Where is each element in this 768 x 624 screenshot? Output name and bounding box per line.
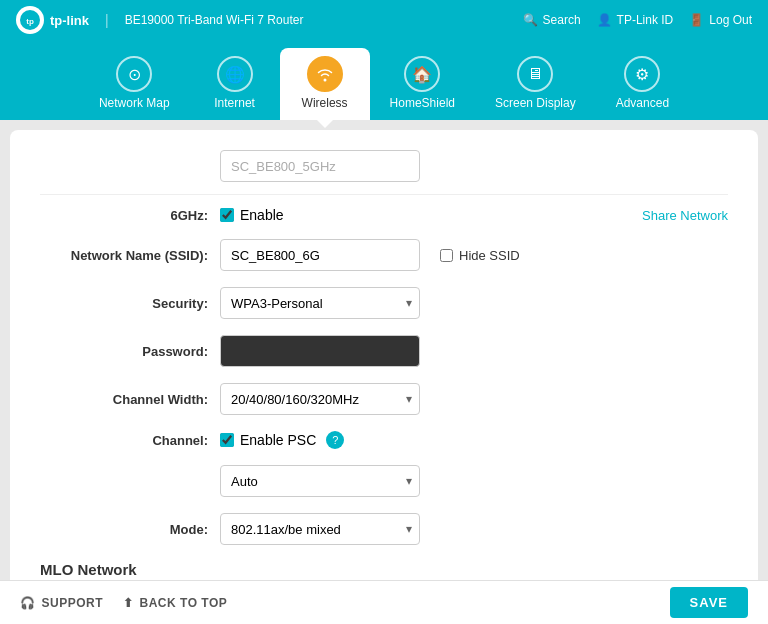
mode-select-wrap: 802.11ax/be mixed 802.11ac mixed 802.11n… [220, 513, 420, 545]
nav-item-advanced[interactable]: ⚙ Advanced [596, 48, 689, 120]
svg-text:tp: tp [26, 17, 34, 26]
header-right: 🔍 Search 👤 TP-Link ID 🚪 Log Out [523, 13, 752, 27]
enable-psc-label: Enable PSC [240, 432, 316, 448]
ghz-controls: Enable Share Network [220, 207, 728, 223]
search-icon: 🔍 [523, 13, 538, 27]
logout-icon: 🚪 [689, 13, 704, 27]
channel-auto-controls: Auto 1 5 9 ▾ [220, 465, 728, 497]
hide-ssid-wrap: Hide SSID [440, 248, 520, 263]
nav-icon-wireless [307, 56, 343, 92]
nav-item-wireless[interactable]: Wireless [280, 48, 370, 120]
nav-label-wireless: Wireless [302, 96, 348, 110]
password-input[interactable] [220, 335, 420, 367]
password-row: Password: [40, 335, 728, 367]
mlo-title: MLO Network [40, 561, 728, 578]
channel-width-row: Channel Width: 20/40/80/160/320MHz 20/40… [40, 383, 728, 415]
hide-ssid-label: Hide SSID [459, 248, 520, 263]
support-label: SUPPORT [42, 596, 104, 610]
ghz-label: 6GHz: [40, 208, 220, 223]
logout-button[interactable]: 🚪 Log Out [689, 13, 752, 27]
support-icon: 🎧 [20, 596, 36, 610]
enable-psc-checkbox[interactable] [220, 433, 234, 447]
nav-icon-screen-display: 🖥 [517, 56, 553, 92]
channel-width-select[interactable]: 20/40/80/160/320MHz 20/40/80/160MHz 20/4… [220, 383, 420, 415]
search-label: Search [543, 13, 581, 27]
ghz-enable-wrap: Enable [220, 207, 284, 223]
share-network-link[interactable]: Share Network [642, 208, 728, 223]
network-name-label: Network Name (SSID): [40, 248, 220, 263]
password-controls [220, 335, 728, 367]
nav-label-advanced: Advanced [616, 96, 669, 110]
logout-label: Log Out [709, 13, 752, 27]
nav-item-network-map[interactable]: ⊙ Network Map [79, 48, 190, 120]
support-button[interactable]: 🎧 SUPPORT [20, 596, 103, 610]
back-to-top-button[interactable]: ⬆ BACK TO TOP [123, 596, 227, 610]
search-button[interactable]: 🔍 Search [523, 13, 581, 27]
security-select-wrap: WPA3-Personal WPA2-Personal WPA2/WPA3-Pe… [220, 287, 420, 319]
channel-controls: Enable PSC ? [220, 431, 728, 449]
back-to-top-icon: ⬆ [123, 596, 134, 610]
tplink-logo-svg: tp [19, 9, 41, 31]
mode-select[interactable]: 802.11ax/be mixed 802.11ac mixed 802.11n… [220, 513, 420, 545]
settings-card: 6GHz: Enable Share Network Network Name … [10, 130, 758, 580]
security-row: Security: WPA3-Personal WPA2-Personal WP… [40, 287, 728, 319]
logo-icon: tp [16, 6, 44, 34]
mode-top-row [40, 150, 728, 195]
nav-active-indicator [317, 120, 333, 128]
mode-input-wrap [220, 150, 728, 182]
mode-top-input[interactable] [220, 150, 420, 182]
header: tp tp-link | BE19000 Tri-Band Wi-Fi 7 Ro… [0, 0, 768, 40]
nav-icon-advanced: ⚙ [624, 56, 660, 92]
nav-item-screen-display[interactable]: 🖥 Screen Display [475, 48, 596, 120]
header-left: tp tp-link | BE19000 Tri-Band Wi-Fi 7 Ro… [16, 6, 303, 34]
tplink-id-label: TP-Link ID [617, 13, 674, 27]
nav-icon-internet: 🌐 [217, 56, 253, 92]
mode-controls: 802.11ax/be mixed 802.11ac mixed 802.11n… [220, 513, 728, 545]
hide-ssid-checkbox[interactable] [440, 249, 453, 262]
network-name-input[interactable] [220, 239, 420, 271]
user-icon: 👤 [597, 13, 612, 27]
network-name-controls: Hide SSID [220, 239, 728, 271]
channel-label: Channel: [40, 433, 220, 448]
channel-width-select-wrap: 20/40/80/160/320MHz 20/40/80/160MHz 20/4… [220, 383, 420, 415]
ghz-enable-checkbox[interactable] [220, 208, 234, 222]
mode-label: Mode: [40, 522, 220, 537]
channel-auto-select[interactable]: Auto 1 5 9 [220, 465, 420, 497]
nav-label-internet: Internet [214, 96, 255, 110]
nav-icon-homeshield: 🏠 [404, 56, 440, 92]
nav-label-screen-display: Screen Display [495, 96, 576, 110]
security-controls: WPA3-Personal WPA2-Personal WPA2/WPA3-Pe… [220, 287, 728, 319]
footer-left: 🎧 SUPPORT ⬆ BACK TO TOP [20, 596, 227, 610]
ghz-row: 6GHz: Enable Share Network [40, 207, 728, 223]
channel-auto-row: Auto 1 5 9 ▾ [40, 465, 728, 497]
channel-width-controls: 20/40/80/160/320MHz 20/40/80/160MHz 20/4… [220, 383, 728, 415]
logo-text: tp-link [50, 13, 89, 28]
save-button[interactable]: SAVE [670, 587, 748, 618]
nav-item-homeshield[interactable]: 🏠 HomeShield [370, 48, 475, 120]
security-label: Security: [40, 296, 220, 311]
channel-auto-select-wrap: Auto 1 5 9 ▾ [220, 465, 420, 497]
nav-label-network-map: Network Map [99, 96, 170, 110]
channel-row: Channel: Enable PSC ? [40, 431, 728, 449]
channel-width-label: Channel Width: [40, 392, 220, 407]
security-select[interactable]: WPA3-Personal WPA2-Personal WPA2/WPA3-Pe… [220, 287, 420, 319]
nav-item-internet[interactable]: 🌐 Internet [190, 48, 280, 120]
footer: 🎧 SUPPORT ⬆ BACK TO TOP SAVE [0, 580, 768, 624]
mode-row: Mode: 802.11ax/be mixed 802.11ac mixed 8… [40, 513, 728, 545]
header-divider: | [105, 12, 109, 28]
content-wrapper: 6GHz: Enable Share Network Network Name … [0, 120, 768, 580]
back-to-top-label: BACK TO TOP [140, 596, 228, 610]
wifi-icon-svg [316, 65, 334, 83]
nav-icon-network-map: ⊙ [116, 56, 152, 92]
psc-help-icon[interactable]: ? [326, 431, 344, 449]
mlo-section: MLO Network Create your MLO network, the… [40, 561, 728, 580]
enable-psc-wrap: Enable PSC [220, 432, 316, 448]
tplink-id-button[interactable]: 👤 TP-Link ID [597, 13, 674, 27]
logo: tp tp-link [16, 6, 89, 34]
model-text: BE19000 Tri-Band Wi-Fi 7 Router [125, 13, 304, 27]
ghz-enable-label: Enable [240, 207, 284, 223]
nav-label-homeshield: HomeShield [390, 96, 455, 110]
password-label: Password: [40, 344, 220, 359]
network-name-row: Network Name (SSID): Hide SSID [40, 239, 728, 271]
nav: ⊙ Network Map 🌐 Internet Wireless 🏠 Home… [0, 40, 768, 120]
